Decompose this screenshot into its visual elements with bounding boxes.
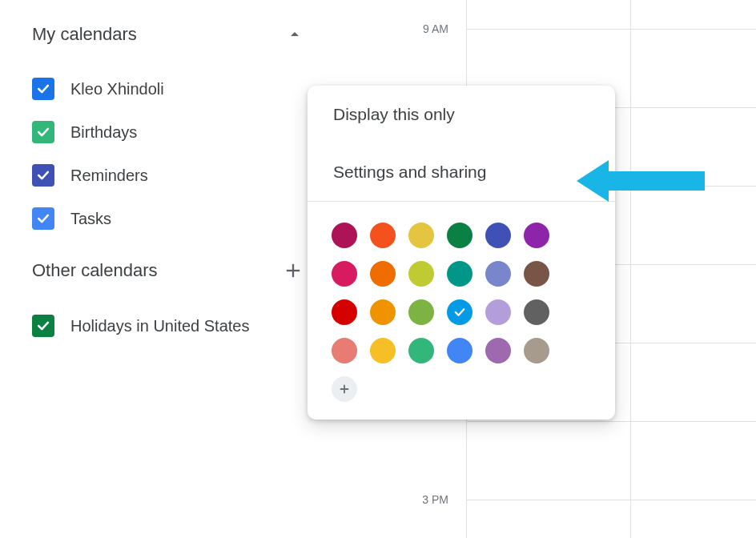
color-swatch[interactable] <box>447 261 472 287</box>
color-swatch[interactable] <box>524 261 549 287</box>
color-swatch[interactable] <box>524 338 549 363</box>
swatch-row <box>332 338 591 363</box>
add-custom-color[interactable] <box>332 376 357 402</box>
color-swatch[interactable] <box>332 261 357 287</box>
color-swatch[interactable] <box>332 338 357 363</box>
color-swatch[interactable] <box>447 223 472 248</box>
calendar-checkbox[interactable] <box>32 315 54 337</box>
calendar-item[interactable]: Kleo Xhindoli <box>32 67 320 110</box>
color-swatch[interactable] <box>485 223 511 248</box>
calendar-options-popup: Display this only Settings and sharing <box>308 86 615 420</box>
calendar-checkbox[interactable] <box>32 164 54 187</box>
color-swatch[interactable] <box>485 261 511 287</box>
color-swatch[interactable] <box>408 223 434 248</box>
color-swatch[interactable] <box>370 299 396 325</box>
color-swatch[interactable] <box>370 223 396 248</box>
annotation-arrow-icon <box>577 160 705 202</box>
calendar-checkbox[interactable] <box>32 78 54 100</box>
swatch-row <box>332 223 591 248</box>
color-swatch[interactable] <box>370 261 396 287</box>
color-swatch-grid <box>308 202 615 420</box>
color-swatch[interactable] <box>524 299 549 325</box>
color-swatch[interactable] <box>447 338 472 363</box>
display-only-menu-item[interactable]: Display this only <box>308 86 615 143</box>
grid-hline <box>466 421 756 422</box>
calendar-checkbox[interactable] <box>32 207 54 230</box>
svg-marker-2 <box>577 160 705 202</box>
swatch-row <box>332 261 591 287</box>
settings-sharing-menu-item[interactable]: Settings and sharing <box>308 143 615 201</box>
calendar-sidebar: My calendars Kleo XhindoliBirthdaysRemin… <box>0 0 320 347</box>
time-label-9am: 9 AM <box>423 22 448 35</box>
color-swatch[interactable] <box>332 299 357 325</box>
other-calendars-title: Other calendars <box>32 260 158 281</box>
time-label-3pm: 3 PM <box>422 493 448 506</box>
calendar-label: Birthdays <box>70 123 137 142</box>
color-swatch[interactable] <box>332 223 357 248</box>
chevron-up-icon <box>285 25 304 44</box>
my-calendars-title: My calendars <box>32 24 137 45</box>
color-swatch[interactable] <box>447 299 472 325</box>
calendar-item[interactable]: Birthdays <box>32 110 320 154</box>
calendar-label: Tasks <box>70 210 111 228</box>
calendar-label: Holidays in United States <box>70 317 249 335</box>
color-swatch[interactable] <box>408 338 434 363</box>
color-swatch[interactable] <box>408 299 434 325</box>
swatch-row <box>332 376 591 402</box>
other-calendars-header[interactable]: Other calendars <box>32 259 320 282</box>
my-calendars-header[interactable]: My calendars <box>32 24 320 45</box>
grid-hline <box>466 500 756 500</box>
grid-hline <box>466 29 756 30</box>
color-swatch[interactable] <box>485 299 511 325</box>
calendar-label: Reminders <box>70 167 148 185</box>
calendar-item[interactable]: Holidays in United States <box>32 304 320 347</box>
calendar-label: Kleo Xhindoli <box>70 80 164 98</box>
color-swatch[interactable] <box>408 261 434 287</box>
calendar-item[interactable]: Tasks <box>32 197 320 240</box>
grid-vline <box>630 0 631 538</box>
calendar-checkbox[interactable] <box>32 121 54 143</box>
color-swatch[interactable] <box>485 338 511 363</box>
calendar-item[interactable]: Reminders <box>32 154 320 197</box>
plus-icon[interactable] <box>282 259 304 282</box>
my-calendars-list: Kleo XhindoliBirthdaysRemindersTasks <box>32 67 320 240</box>
color-swatch[interactable] <box>524 223 549 248</box>
swatch-row <box>332 299 591 325</box>
color-swatch[interactable] <box>370 338 396 363</box>
other-calendars-list: Holidays in United States <box>32 304 320 347</box>
